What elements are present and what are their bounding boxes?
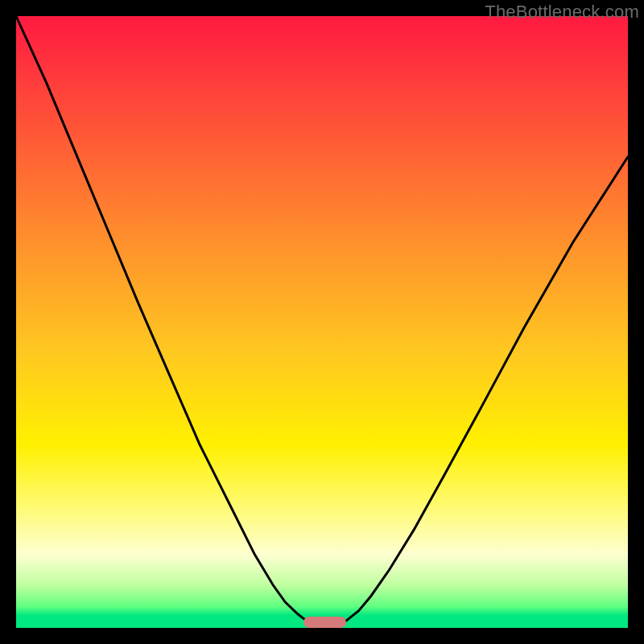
watermark-text: TheBottleneck.com (485, 2, 639, 23)
valley-marker (303, 617, 346, 628)
plot-area (16, 16, 628, 628)
right-curve (334, 157, 628, 626)
left-curve (16, 16, 322, 626)
curves-layer (16, 16, 628, 628)
